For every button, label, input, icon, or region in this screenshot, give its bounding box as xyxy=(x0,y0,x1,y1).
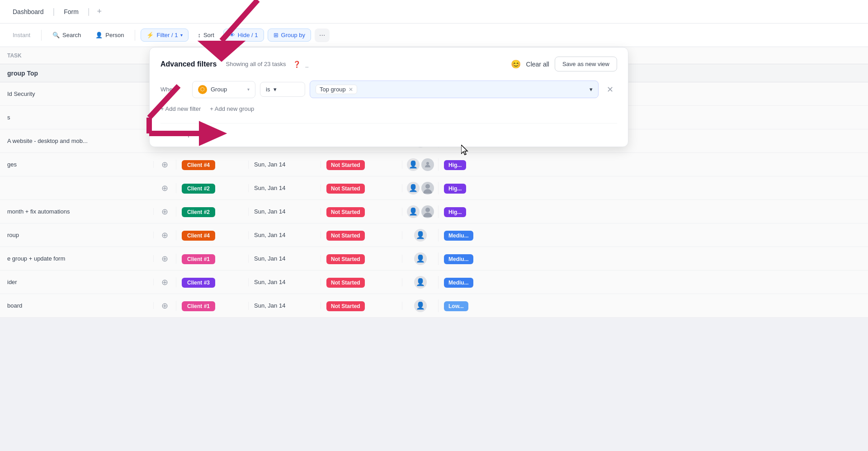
top-nav: Dashboard | Form | + xyxy=(0,0,868,24)
hide-button[interactable]: 👁 Hide / 1 xyxy=(223,28,264,42)
filter-tag-label: Top group xyxy=(320,86,346,93)
filter-chevron-icon: ▾ xyxy=(180,33,183,38)
filter-value-select[interactable]: Top group ✕ ▾ xyxy=(310,81,599,98)
filter-group-chevron-icon: ▾ xyxy=(247,87,250,92)
filter-group-label: Group xyxy=(211,86,227,93)
groupby-button[interactable]: ⊞ Group by xyxy=(268,28,311,42)
person-icon: 👤 xyxy=(95,32,103,38)
filter-where-label: Whe... xyxy=(160,86,188,93)
search-icon: 🔍 xyxy=(52,32,60,38)
filter-panel-info-icon: ❓ xyxy=(293,61,301,68)
sort-button[interactable]: ↕ Sort xyxy=(192,29,219,41)
filter-is-chevron-icon: ▾ xyxy=(274,86,277,93)
filter-tag-top-group[interactable]: Top group ✕ xyxy=(316,85,357,94)
add-group-button[interactable]: + Add new group xyxy=(210,105,254,112)
filter-button[interactable]: ⚡ Filter / 1 ▾ xyxy=(141,28,189,42)
filter-is-label: is xyxy=(266,86,270,93)
filter-group-select[interactable]: ⬡ Group ▾ xyxy=(192,81,255,98)
filter-tag-close-icon[interactable]: ✕ xyxy=(349,86,353,93)
nav-separator-1: | xyxy=(53,7,55,16)
filter-panel: Advanced filters Showing all of 23 tasks… xyxy=(149,47,628,147)
nav-tab-dashboard[interactable]: Dashboard xyxy=(7,5,49,18)
toolbar-instant[interactable]: Instant xyxy=(7,29,36,41)
filter-is-select[interactable]: is ▾ xyxy=(260,82,305,97)
filter-loading-indicator: _ xyxy=(305,61,308,67)
filter-value-chevron-icon: ▾ xyxy=(590,86,593,93)
filter-panel-title: Advanced filters xyxy=(160,60,217,68)
groupby-icon: ⊞ xyxy=(274,32,278,38)
filter-row: Whe... ⬡ Group ▾ is ▾ Top group ✕ ▾ ✕ xyxy=(160,81,617,98)
add-filter-button[interactable]: + Add new filter xyxy=(160,105,201,112)
divider-2 xyxy=(135,30,135,41)
group-field-icon: ⬡ xyxy=(198,85,207,94)
search-button[interactable]: 🔍 Search xyxy=(47,29,86,41)
nav-add-tab[interactable]: + xyxy=(94,5,106,18)
filter-panel-header: Advanced filters Showing all of 23 tasks… xyxy=(160,57,617,71)
filter-icon: ⚡ xyxy=(146,32,154,38)
filter-title-area: Advanced filters Showing all of 23 tasks… xyxy=(160,60,308,68)
person-button[interactable]: 👤 Person xyxy=(90,29,129,41)
nav-separator-2: | xyxy=(88,7,90,16)
search-label: Search xyxy=(62,32,81,38)
sort-icon: ↕ xyxy=(198,32,201,38)
hide-label: Hide / 1 xyxy=(238,32,258,38)
filter-add-row: + Add new filter + Add new group xyxy=(160,105,617,112)
quick-filter-switch[interactable]: Switch to quick filters xyxy=(160,123,617,138)
hide-icon: 👁 xyxy=(229,32,235,38)
more-button[interactable]: ··· xyxy=(315,28,330,42)
emoji-reaction-button[interactable]: 😊 xyxy=(511,59,521,69)
filter-row-close-button[interactable]: ✕ xyxy=(603,83,617,96)
filter-panel-actions: 😊 Clear all Save as new view xyxy=(511,57,617,71)
groupby-label: Group by xyxy=(281,32,305,38)
sort-label: Sort xyxy=(203,32,214,38)
save-view-button[interactable]: Save as new view xyxy=(555,57,617,71)
toolbar: Instant 🔍 Search 👤 Person ⚡ Filter / 1 ▾… xyxy=(0,24,868,47)
divider-1 xyxy=(41,30,42,41)
nav-tab-form[interactable]: Form xyxy=(58,5,84,18)
person-label: Person xyxy=(105,32,124,38)
clear-all-button[interactable]: Clear all xyxy=(526,61,549,68)
filter-panel-subtitle: Showing all of 23 tasks xyxy=(226,61,286,67)
filter-label: Filter / 1 xyxy=(156,32,178,38)
